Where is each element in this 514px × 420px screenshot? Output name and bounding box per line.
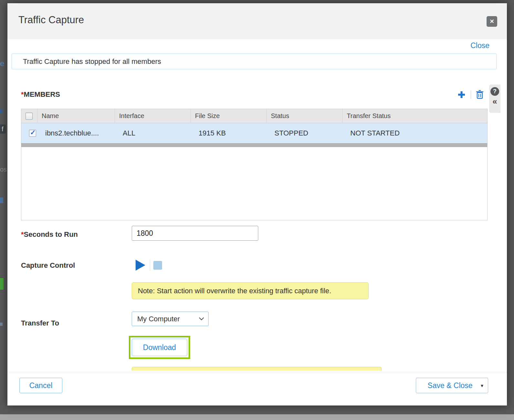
required-asterisk: * bbox=[21, 230, 24, 238]
row-checkbox[interactable]: ✓ bbox=[29, 130, 36, 137]
background-fragment bbox=[0, 278, 4, 290]
members-label-text: MEMBERS bbox=[24, 90, 60, 98]
stop-icon[interactable] bbox=[153, 261, 162, 270]
seconds-to-run-label-text: Seconds to Run bbox=[24, 230, 78, 238]
download-button[interactable]: Download bbox=[132, 339, 187, 356]
capture-control-divider bbox=[150, 259, 150, 271]
select-all-checkbox[interactable] bbox=[26, 113, 33, 120]
row-checkbox-cell: ✓ bbox=[21, 123, 37, 143]
seconds-to-run-input[interactable] bbox=[132, 226, 258, 241]
transfer-to-label: Transfer To bbox=[21, 319, 59, 327]
dialog-title: Traffic Capture bbox=[18, 14, 84, 26]
capture-control-label: Capture Control bbox=[21, 261, 75, 270]
table-row[interactable]: ✓ ibns2.techblue.... ALL 1915 KB STOPPED… bbox=[21, 123, 487, 143]
footer-divider bbox=[7, 372, 507, 372]
chevron-down-icon bbox=[199, 317, 204, 320]
column-header-file-size[interactable]: File Size bbox=[191, 109, 267, 123]
background-fragment: f bbox=[0, 125, 6, 134]
close-icon[interactable]: ✕ bbox=[487, 16, 497, 27]
toolbar-divider bbox=[471, 90, 471, 99]
overwrite-note: Note: Start action will overwrite the ex… bbox=[132, 282, 369, 299]
column-header-name[interactable]: Name bbox=[37, 109, 115, 123]
add-member-icon[interactable] bbox=[457, 90, 466, 99]
partial-note-box bbox=[132, 367, 382, 371]
help-tab: ? « bbox=[489, 85, 500, 113]
close-link[interactable]: Close bbox=[470, 41, 489, 50]
help-icon[interactable]: ? bbox=[490, 87, 499, 96]
members-table: Name Interface File Size Status Transfer… bbox=[21, 109, 488, 220]
column-header-interface[interactable]: Interface bbox=[115, 109, 191, 123]
members-toolbar bbox=[457, 90, 484, 99]
required-asterisk: * bbox=[21, 90, 24, 98]
transfer-to-select[interactable]: My Computer bbox=[132, 312, 209, 326]
cancel-button[interactable]: Cancel bbox=[19, 378, 62, 393]
close-x-glyph: ✕ bbox=[489, 18, 494, 25]
select-all-cell bbox=[21, 109, 37, 123]
dialog-header: Traffic Capture ✕ bbox=[7, 3, 507, 39]
table-header-row: Name Interface File Size Status Transfer… bbox=[21, 109, 487, 123]
background-fragment bbox=[0, 323, 3, 326]
traffic-capture-dialog: Traffic Capture ✕ Close Traffic Capture … bbox=[7, 3, 507, 405]
status-message: Traffic Capture has stopped for all memb… bbox=[12, 54, 497, 69]
column-header-status[interactable]: Status bbox=[267, 109, 343, 123]
background-fragment: os bbox=[0, 166, 6, 173]
save-close-label: Save & Close bbox=[416, 381, 481, 390]
cell-interface: ALL bbox=[115, 123, 191, 143]
background-fragment bbox=[0, 197, 3, 203]
background-fragment: e bbox=[0, 59, 6, 68]
cell-status: STOPPED bbox=[267, 123, 343, 143]
collapse-icon[interactable]: « bbox=[492, 98, 497, 105]
caret-down-icon: ▾ bbox=[481, 383, 483, 389]
background-fragment bbox=[0, 109, 3, 114]
seconds-to-run-label: *Seconds to Run bbox=[21, 230, 78, 239]
cell-name: ibns2.techblue.... bbox=[37, 123, 115, 143]
transfer-to-value: My Computer bbox=[137, 315, 180, 323]
cell-file-size: 1915 KB bbox=[191, 123, 267, 143]
delete-member-icon[interactable] bbox=[476, 90, 484, 99]
background-bottom-strip bbox=[0, 414, 514, 420]
members-label: *MEMBERS bbox=[21, 90, 60, 99]
checkmark-icon: ✓ bbox=[30, 129, 36, 136]
save-close-button[interactable]: Save & Close ▾ bbox=[416, 378, 488, 393]
column-header-transfer-status[interactable]: Transfer Status bbox=[343, 109, 487, 123]
horizontal-scrollbar[interactable] bbox=[21, 143, 487, 147]
play-icon[interactable] bbox=[136, 260, 145, 271]
screen: e f os Traffic Capture ✕ Close Traffic C… bbox=[0, 0, 514, 420]
cell-transfer-status: NOT STARTED bbox=[343, 123, 487, 143]
download-highlight-box: Download bbox=[129, 336, 190, 359]
